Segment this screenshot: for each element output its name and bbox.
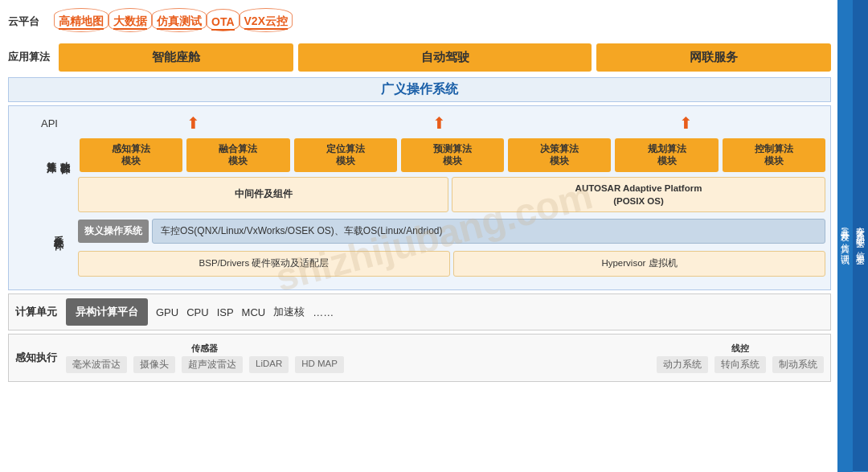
autosar-text: AUTOSAR Adaptive Platform(POSIX OS) (575, 182, 702, 207)
func-block-4: 决策算法模块 (508, 138, 611, 172)
cloud-row: 云平台 高精地图 大数据 仿真测试 OTA (8, 6, 831, 37)
cloud-item-3: 仿真测试 (157, 14, 202, 29)
narrow-os-content: 车控OS(QNX/Linux/VxWorks/OSEK OS)、车载OS(Lin… (152, 219, 825, 244)
cloud-item-4: OTA (211, 15, 235, 28)
wire-title: 线控 (731, 343, 749, 355)
func-blocks: 感知算法模块 融合算法模块 定位算法模块 预测算法模块 决策算法模块 规划算法模… (80, 138, 825, 172)
func-block-3: 预测算法模块 (401, 138, 504, 172)
arrow-2: ⬆ (432, 113, 446, 133)
wire-0: 动力系统 (657, 356, 708, 373)
func-block-6: 控制算法模块 (723, 138, 825, 172)
right-label-tools: 工具链（开发、仿真、调试） (837, 0, 853, 472)
func-block-2: 定位算法模块 (294, 138, 397, 172)
broad-os-label: 广义操作系统 (381, 81, 458, 98)
sense-label: 感知执行 (15, 338, 59, 378)
compute-row: 计算单元 异构计算平台 GPU CPU ISP MCU 加速核 …… (8, 293, 831, 330)
sense-row: 感知执行 传感器 毫米波雷达 摄像头 超声波雷达 LiDAR HD MAP 线控 (8, 334, 831, 382)
compute-label: 计算单元 (15, 305, 59, 319)
compute-blocks: 异构计算平台 GPU CPU ISP MCU 加速核 …… (66, 298, 824, 326)
cloud-shape-1 (54, 8, 108, 32)
compute-etc: …… (313, 306, 334, 318)
wire-1: 转向系统 (714, 356, 766, 373)
api-row: API ⬆ ⬆ ⬆ (41, 111, 825, 135)
func-block-0: 感知算法模块 (80, 138, 182, 172)
sensor-2: 超声波雷达 (182, 356, 243, 373)
func-label: 功能软件算法库 (41, 138, 75, 172)
right-side: 安全体系（功能安全、信息安全） 工具链（开发、仿真、调试） (839, 0, 868, 472)
sensor-1: 摄像头 (133, 356, 175, 373)
app-row: 应用算法 智能座舱 自动驾驶 网联服务 (8, 40, 831, 74)
system-content: API ⬆ ⬆ ⬆ 功能软件算法库 感知算法模块 融合算法模块 定位算法模块 预… (41, 106, 830, 289)
app-block-3: 网联服务 (596, 43, 831, 72)
func-block-5: 规划算法模块 (615, 138, 718, 172)
wire-group: 线控 动力系统 转向系统 制动系统 (657, 343, 824, 373)
func-row: 功能软件算法库 感知算法模块 融合算法模块 定位算法模块 预测算法模块 决策算法… (41, 138, 825, 172)
app-block-2: 自动驾驶 (298, 43, 592, 72)
wire-items: 动力系统 转向系统 制动系统 (657, 356, 824, 373)
compute-isp: ISP (217, 306, 234, 318)
cloud-items: 高精地图 大数据 仿真测试 OTA V2X云控 (59, 14, 831, 29)
bsp-box: BSP/Drivers 硬件驱动及适配层 (78, 251, 450, 277)
compute-main: 异构计算平台 (66, 298, 148, 326)
cloud-label: 云平台 (8, 14, 52, 29)
cloud-shape-4 (207, 9, 240, 31)
arrow-3: ⬆ (679, 113, 693, 133)
sensor-title: 传感器 (191, 343, 218, 355)
app-block-1: 智能座舱 (59, 43, 293, 72)
middleware-box: 中间件及组件 (78, 177, 448, 212)
hypervisor-box: Hypervisor 虚拟机 (453, 251, 825, 277)
cloud-item-2: 大数据 (113, 14, 147, 29)
cloud-shape-2 (108, 8, 152, 32)
wire-2: 制动系统 (772, 356, 824, 373)
cloud-item-1: 高精地图 (59, 14, 104, 29)
sense-content: 传感器 毫米波雷达 摄像头 超声波雷达 LiDAR HD MAP 线控 动力系统… (66, 338, 824, 378)
sys-soft-label: 系统软件 (41, 177, 75, 285)
sensor-0: 毫米波雷达 (66, 356, 127, 373)
broad-os-row: 广义操作系统 (8, 77, 831, 102)
system-left-label (9, 106, 41, 289)
sensor-3: LiDAR (249, 356, 289, 373)
system-main-label (18, 191, 32, 204)
sensor-4: HD MAP (295, 356, 344, 373)
compute-cpu: CPU (186, 306, 208, 318)
api-label: API (41, 117, 63, 129)
middleware-row: 中间件及组件 AUTOSAR Adaptive Platform(POSIX O… (78, 177, 825, 212)
narrow-os-row: 狭义操作系统 车控OS(QNX/Linux/VxWorks/OSEK OS)、车… (78, 215, 825, 248)
sys-soft-section: 系统软件 中间件及组件 AUTOSAR Adaptive Platform(PO… (41, 177, 825, 285)
func-block-1: 融合算法模块 (186, 138, 289, 172)
compute-accel: 加速核 (273, 305, 305, 319)
compute-mcu: MCU (242, 306, 266, 318)
right-label-safety: 安全体系（功能安全、信息安全） (853, 0, 868, 472)
cloud-shape-3 (152, 8, 207, 32)
arrow-1: ⬆ (186, 113, 200, 133)
app-items: 智能座舱 自动驾驶 网联服务 (59, 43, 831, 72)
compute-gpu: GPU (156, 306, 178, 318)
narrow-os-label: 狭义操作系统 (78, 220, 149, 243)
main-container: 云平台 高精地图 大数据 仿真测试 OTA (0, 0, 868, 472)
cloud-item-5: V2X云控 (244, 14, 288, 29)
app-label: 应用算法 (8, 50, 52, 64)
bsp-row: BSP/Drivers 硬件驱动及适配层 Hypervisor 虚拟机 (78, 251, 825, 277)
sensor-items: 毫米波雷达 摄像头 超声波雷达 LiDAR HD MAP (66, 356, 344, 373)
cloud-shape-5 (240, 8, 293, 32)
sys-soft-content: 中间件及组件 AUTOSAR Adaptive Platform(POSIX O… (78, 177, 825, 285)
api-arrows: ⬆ ⬆ ⬆ (70, 113, 825, 133)
system-section: API ⬆ ⬆ ⬆ 功能软件算法库 感知算法模块 融合算法模块 定位算法模块 预… (8, 105, 831, 290)
content-area: 云平台 高精地图 大数据 仿真测试 OTA (0, 0, 839, 472)
autosar-box: AUTOSAR Adaptive Platform(POSIX OS) (452, 177, 825, 212)
sensor-group: 传感器 毫米波雷达 摄像头 超声波雷达 LiDAR HD MAP (66, 343, 344, 373)
